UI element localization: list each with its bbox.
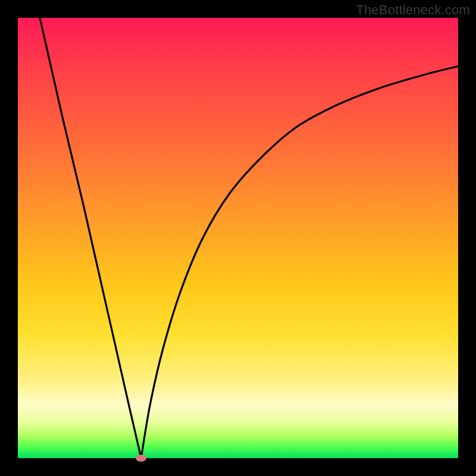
optimum-marker [136,455,146,462]
watermark-text: TheBottleneck.com [356,2,470,18]
curve-path [40,18,458,458]
plot-area [18,18,458,458]
chart-frame: TheBottleneck.com [0,0,476,476]
bottleneck-curve [18,18,458,458]
